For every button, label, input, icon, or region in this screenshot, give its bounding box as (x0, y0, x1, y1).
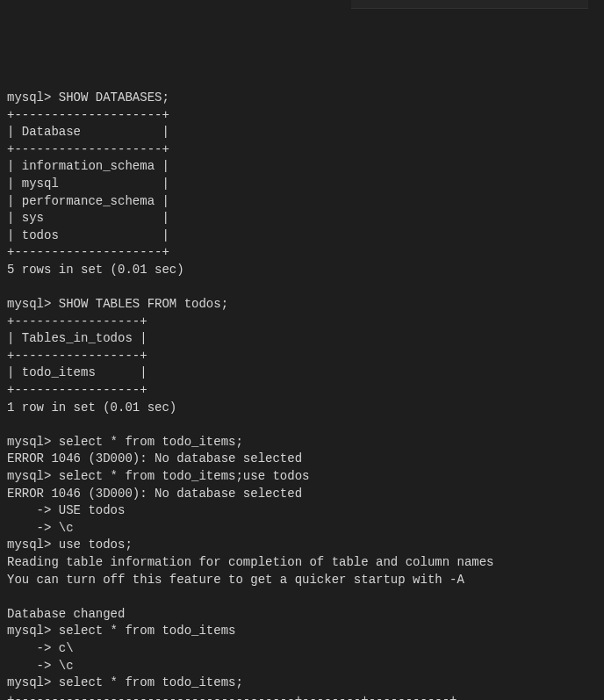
editor-tab-strip (351, 0, 588, 9)
command-select-1: select * from todo_items; (59, 435, 243, 449)
error-message: ERROR 1046 (3D000): No database selected (7, 487, 302, 501)
prompt-line: mysql> select * from todo_items;use todo… (7, 469, 309, 483)
table-row: | sys | (7, 211, 169, 225)
prompt-line: mysql> SHOW DATABASES; (7, 90, 169, 105)
continuation-text: c\ (59, 641, 74, 655)
result-summary: 5 rows in set (0.01 sec) (7, 263, 184, 277)
command-select-3: select * from todo_items; (59, 675, 243, 689)
info-message: Reading table information for completion… (7, 555, 494, 569)
command-show-databases: SHOW DATABASES; (59, 90, 169, 105)
table-border: +-----------------+ (7, 314, 147, 328)
table-border: +--------------------------------------+… (7, 693, 457, 700)
mysql-prompt: mysql> (7, 675, 59, 689)
table-row: | information_schema | (7, 159, 169, 173)
table-row: | mysql | (7, 177, 169, 191)
continuation-line: -> \c (7, 659, 74, 673)
command-select-use: select * from todo_items;use todos (59, 469, 310, 483)
prompt-line: mysql> use todos; (7, 538, 133, 552)
table-row: | performance_schema | (7, 194, 169, 208)
mysql-prompt: mysql> (7, 435, 59, 449)
table-header: | Database | (7, 125, 169, 139)
continuation-prompt: -> (7, 641, 59, 655)
command-use-todos: use todos; (59, 538, 133, 552)
mysql-prompt: mysql> (7, 297, 59, 311)
table-border: +-----------------+ (7, 383, 147, 397)
continuation-line: -> c\ (7, 641, 74, 655)
continuation-text: \c (59, 521, 74, 535)
prompt-line: mysql> select * from todo_items (7, 624, 235, 638)
command-show-tables: SHOW TABLES FROM todos; (59, 297, 228, 311)
database-changed: Database changed (7, 607, 125, 621)
table-border: +--------------------+ (7, 108, 169, 122)
mysql-prompt: mysql> (7, 538, 59, 552)
table-border: +-----------------+ (7, 349, 147, 363)
continuation-line: -> \c (7, 521, 74, 535)
command-select-2: select * from todo_items (59, 624, 236, 638)
table-border: +--------------------+ (7, 142, 169, 156)
mysql-prompt: mysql> (7, 469, 59, 483)
mysql-prompt: mysql> (7, 90, 59, 105)
table-border: +--------------------+ (7, 245, 169, 259)
table-row: | todo_items | (7, 365, 147, 379)
info-message: You can turn off this feature to get a q… (7, 573, 464, 587)
table-row: | todos | (7, 228, 169, 242)
continuation-prompt: -> (7, 521, 59, 535)
result-summary: 1 row in set (0.01 sec) (7, 401, 176, 415)
table-header: | Tables_in_todos | (7, 331, 147, 345)
continuation-line: -> USE todos (7, 503, 125, 517)
continuation-prompt: -> (7, 659, 59, 673)
prompt-line: mysql> SHOW TABLES FROM todos; (7, 297, 228, 311)
continuation-text: \c (59, 659, 74, 673)
terminal-output[interactable]: mysql> SHOW DATABASES; +----------------… (7, 90, 597, 700)
mysql-prompt: mysql> (7, 624, 59, 638)
continuation-prompt: -> (7, 503, 59, 517)
error-message: ERROR 1046 (3D000): No database selected (7, 451, 302, 465)
continuation-text: USE todos (59, 503, 126, 517)
prompt-line: mysql> select * from todo_items; (7, 675, 243, 689)
prompt-line: mysql> select * from todo_items; (7, 435, 243, 449)
